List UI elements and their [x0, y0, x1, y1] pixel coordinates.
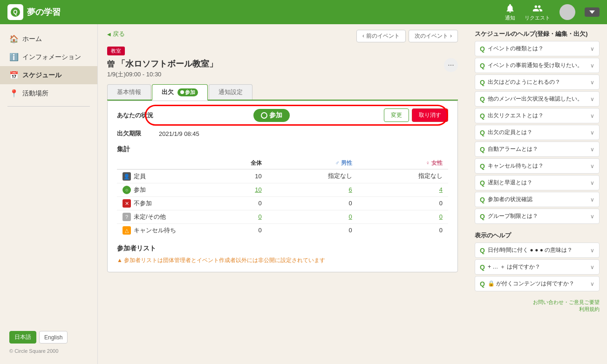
contact-link[interactable]: お問い合わせ・ご意見ご要望 [533, 299, 600, 305]
chevron-down-icon-6: ∨ [590, 146, 594, 153]
right-panel: スケジュールのヘルプ(登録・編集・出欠) Q イベントの種類とは？ ∨ Q イベ… [467, 24, 607, 364]
help-item-left-2: Q 出欠はどのようにとれるの？ [480, 78, 560, 86]
attend-status-badge: 参加 [253, 109, 290, 122]
row-female-3[interactable]: 0 [358, 210, 448, 223]
status-actions: 変更 取り消す [384, 108, 448, 122]
help-item-text-5: 出欠の定員とは？ [488, 128, 532, 136]
tab-attendance[interactable]: 出欠 参加 [152, 84, 208, 101]
prev-event-button[interactable]: ‹ 前のイベント [356, 30, 406, 42]
stats-table: 全体 ♂ 男性 ♀ 女性 👤 定員 10 指定なし 指定なし ○ 参加 10 6… [117, 157, 448, 237]
schedule-help-item-3[interactable]: Q 他のメンバー出欠状況を確認したい。 ∨ [475, 91, 600, 107]
help-q-icon-1: Q [480, 62, 485, 69]
help-item-left-7: Q キャンセル待ちとは？ [480, 162, 544, 170]
help-item-left-3: Q 他のメンバー出欠状況を確認したい。 [480, 95, 583, 103]
chevron-down-icon-8: ∨ [590, 180, 594, 186]
notification-label: 通知 [505, 14, 515, 21]
tab-bar: 基本情報 出欠 参加 通知設定 [107, 84, 458, 101]
schedule-help-item-8[interactable]: Q 遅刻と早退とは？ ∨ [475, 175, 600, 190]
row-label-3: ? 未定/その他 [117, 210, 210, 223]
schedule-help-item-6[interactable]: Q 自動アラームとは？ ∨ [475, 142, 600, 157]
schedule-help-items: Q イベントの種類とは？ ∨ Q イベントの事前通知を受け取りたい。 ∨ Q 出… [475, 41, 600, 224]
help-q-icon-6: Q [480, 146, 485, 153]
schedule-help-item-2[interactable]: Q 出欠はどのようにとれるの？ ∨ [475, 74, 600, 90]
tab-notification-label: 通知設定 [218, 88, 243, 95]
terms-link[interactable]: 利用規約 [579, 306, 600, 312]
row-female-4: 0 [358, 223, 448, 237]
schedule-help-item-10[interactable]: Q グループ制限とは？ ∨ [475, 209, 600, 224]
display-help-item-2[interactable]: Q 🔒 が付くコンテンツは何ですか？ ∨ [475, 276, 600, 291]
change-status-button[interactable]: 変更 [384, 108, 409, 122]
schedule-help-item-4[interactable]: Q 出欠リクエストとは？ ∨ [475, 108, 600, 123]
schedule-help-item-7[interactable]: Q キャンセル待ちとは？ ∨ [475, 158, 600, 174]
table-row: △ キャンセル待ち 0 0 0 [117, 223, 448, 237]
help-q-icon-0: Q [480, 45, 485, 53]
col-female-header: ♀ 女性 [358, 157, 448, 169]
event-icon: 曽 [107, 60, 115, 68]
logo-icon: Q [7, 4, 23, 20]
participants-title: 参加者リスト [117, 244, 448, 253]
back-link[interactable]: 戻る [107, 30, 125, 38]
help-item-left-6: Q 自動アラームとは？ [480, 145, 538, 153]
copyright-text: © Circle Square 2000 [9, 348, 58, 354]
row-male-3[interactable]: 0 [267, 210, 358, 223]
tab-notification[interactable]: 通知設定 [209, 84, 252, 100]
col-male-header: ♂ 男性 [267, 157, 358, 169]
help-item-text-3: 他のメンバー出欠状況を確認したい。 [488, 95, 583, 103]
sidebar-item-home[interactable]: 🏠 ホーム [0, 30, 97, 48]
help-q-icon-3: Q [480, 95, 485, 103]
tab-basic[interactable]: 基本情報 [107, 84, 151, 100]
next-event-button[interactable]: 次のイベント › [409, 30, 458, 42]
display-help-left-2: Q 🔒 が付くコンテンツは何ですか？ [480, 280, 574, 288]
display-help-q-1: Q [480, 263, 485, 271]
col-total-header: 全体 [210, 157, 267, 169]
schedule-help-item-9[interactable]: Q 参加者の状況確認 ∨ [475, 192, 600, 207]
deadline-label: 出欠期限 [117, 129, 159, 138]
schedule-help-item-1[interactable]: Q イベントの事前通知を受け取りたい。 ∨ [475, 58, 600, 73]
table-row: ? 未定/その他 0 0 0 [117, 210, 448, 223]
row-label-text-0: 定員 [134, 172, 146, 181]
chevron-down-icon-0: ∨ [590, 46, 594, 52]
next-chevron-icon: › [450, 33, 452, 39]
sidebar-item-location[interactable]: 📍 活動場所 [0, 84, 97, 102]
chevron-down-icon-2: ∨ [590, 79, 594, 86]
lang-ja-button[interactable]: 日本語 [9, 331, 36, 344]
request-nav[interactable]: リクエスト [525, 3, 550, 21]
avatar[interactable] [559, 4, 575, 20]
prev-chevron-icon: ‹ [362, 33, 364, 39]
table-row: ○ 参加 10 6 4 [117, 183, 448, 196]
sidebar-item-schedule[interactable]: 📅 スケジュール [0, 66, 97, 84]
schedule-help-title: スケジュールのヘルプ(登録・編集・出欠) [475, 30, 600, 38]
chevron-down-icon-10: ∨ [590, 213, 594, 220]
more-options-button[interactable]: ··· [444, 58, 458, 72]
sidebar-label-location: 活動場所 [22, 89, 48, 98]
notification-nav[interactable]: 通知 [505, 3, 515, 21]
display-help-left-1: Q + … ＋ は何ですか？ [480, 263, 540, 271]
row-total-1[interactable]: 10 [210, 183, 267, 196]
request-label: リクエスト [525, 14, 550, 21]
row-total-3[interactable]: 0 [210, 210, 267, 223]
schedule-help-item-0[interactable]: Q イベントの種類とは？ ∨ [475, 41, 600, 56]
row-total-0: 10 [210, 169, 267, 183]
row-female-1[interactable]: 4 [358, 183, 448, 196]
table-row: ✕ 不参加 0 0 0 [117, 196, 448, 210]
attend-circle-icon [261, 112, 267, 119]
sidebar-item-info[interactable]: ℹ️ インフォメーション [0, 48, 97, 66]
attendance-badge: 参加 [177, 88, 198, 96]
chevron-down-icon-1: ∨ [590, 62, 594, 69]
cancel-status-button[interactable]: 取り消す [412, 108, 448, 122]
row-icon-4: △ [123, 226, 131, 235]
row-total-2: 0 [210, 196, 267, 210]
schedule-help-item-5[interactable]: Q 出欠の定員とは？ ∨ [475, 125, 600, 140]
user-dropdown[interactable] [585, 7, 600, 17]
row-male-4: 0 [267, 223, 358, 237]
deadline-value: 2021/1/9 08:45 [159, 130, 199, 137]
help-q-icon-8: Q [480, 179, 485, 187]
help-q-icon-4: Q [480, 112, 485, 120]
display-help-item-0[interactable]: Q 日付/時間に付く ● ● ● の意味は？ ∨ [475, 243, 600, 258]
lang-en-button[interactable]: English [39, 331, 68, 344]
help-item-text-4: 出欠リクエストとは？ [488, 112, 544, 120]
display-help-item-1[interactable]: Q + … ＋ は何ですか？ ∨ [475, 259, 600, 275]
sidebar-footer: © Circle Square 2000 [0, 348, 97, 358]
row-male-1[interactable]: 6 [267, 183, 358, 196]
display-chevron-icon-0: ∨ [590, 247, 594, 254]
